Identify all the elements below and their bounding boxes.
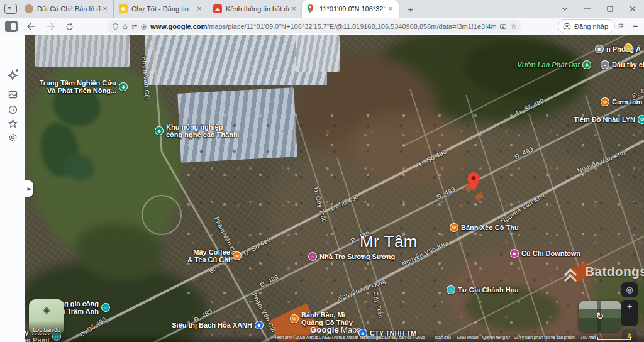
url-field[interactable]: ⇄ www.google.com/maps/place/11°01'09.0"N… bbox=[107, 20, 522, 33]
side-panel-expand-arrow[interactable]: ▶ bbox=[25, 180, 33, 197]
khu-nong-nghiep-cnc-label: Khu nông nghiệpcông nghệ cao Thành bbox=[166, 123, 238, 138]
tab-actions-button[interactable] bbox=[4, 4, 17, 14]
greenhouse-block bbox=[296, 35, 340, 72]
browser-tab-bar: Đất Củ Chi! Bán lô đất mt đườn × Chợ Tốt… bbox=[0, 0, 644, 18]
tab-1[interactable]: Đất Củ Chi! Bán lô đất mt đườn × bbox=[19, 0, 113, 18]
back-icon[interactable] bbox=[25, 21, 38, 32]
scale-label: 100 mét bbox=[580, 335, 596, 341]
sign-in-button[interactable]: Đăng nhập bbox=[558, 19, 615, 33]
attribution-link[interactable]: Điều khoản bbox=[457, 335, 478, 341]
google-maps-pin-favicon bbox=[307, 4, 316, 13]
copilot-icon[interactable] bbox=[5, 68, 20, 83]
street-view-thumbnail[interactable]: ↻ bbox=[579, 301, 621, 332]
tab-2-favicon bbox=[119, 4, 128, 13]
batdongsan-watermark: Batdongsan com.vn bbox=[560, 264, 644, 284]
favorites-star-icon[interactable] bbox=[5, 116, 20, 131]
attribution-link[interactable]: Gửi ý kiến phản hồi về sản phẩm bbox=[514, 335, 575, 341]
lock-icon[interactable] bbox=[122, 23, 128, 30]
settings-menu-icon[interactable]: ≡ bbox=[629, 21, 641, 32]
map-layers-widget[interactable]: ◈ Lớp bản đồ bbox=[29, 299, 64, 334]
url-text[interactable]: www.google.com/maps/place/11°01'09.0"N+1… bbox=[150, 23, 496, 30]
van-phong-icon[interactable]: ■ bbox=[595, 45, 604, 53]
satellite-map-canvas[interactable]: Phạm Văn CộiPhạm Văn CộiPhạm Văn CộiĐ. S… bbox=[25, 35, 644, 342]
new-tab-button[interactable]: + bbox=[404, 3, 418, 16]
tiem-do-nhau-lyn-label: Tiệm Đồ Nhậu LYN bbox=[574, 116, 635, 123]
workspaces-icon[interactable] bbox=[5, 87, 20, 102]
sieu-thi-bach-hoa-xanh-icon[interactable]: ■ bbox=[255, 321, 264, 329]
vuon-lan-phat-dat-icon[interactable]: ♣ bbox=[582, 60, 591, 69]
shield-icon[interactable] bbox=[112, 23, 119, 30]
maximize-icon[interactable] bbox=[599, 0, 621, 18]
tab-title: Kênh thông tin bất động sản - T bbox=[226, 5, 289, 13]
banh-beo-mi-quang-co-thuy-label: Bánh Bèo, MìQuảng Cô Thủy bbox=[301, 311, 353, 326]
tu-gia-chanh-hoa-label: Tư Gia Chánh Hoa bbox=[458, 286, 519, 294]
tab-title: 11°01'09.0"N 106°32'15.7"E - G bbox=[319, 5, 386, 13]
khu-nong-nghiep-cnc-icon[interactable]: ♣ bbox=[155, 126, 164, 135]
banh-xeo-co-thu-label: Bánh Xèo Cô Thu bbox=[461, 224, 519, 231]
close-window-icon[interactable] bbox=[621, 0, 644, 18]
zoom-in-button[interactable]: + bbox=[621, 300, 638, 312]
scale-bar bbox=[597, 337, 631, 340]
greenhouse-block bbox=[35, 35, 130, 67]
browser-essentials-icon[interactable] bbox=[615, 21, 628, 32]
com-tam-icon[interactable]: Ψ bbox=[601, 97, 609, 106]
may-coffee-tea-cu-chi-label: Mây Coffee& Tea Củ Chi bbox=[187, 248, 230, 263]
history-clock-icon[interactable] bbox=[5, 102, 20, 117]
tab-close-icon[interactable]: × bbox=[386, 4, 395, 13]
sign-in-label: Đăng nhập bbox=[574, 23, 608, 30]
settings-gear-icon[interactable] bbox=[5, 130, 20, 145]
layers-icon: ◈ bbox=[43, 304, 50, 316]
google-maps-watermark: GoogleMaps bbox=[310, 325, 361, 334]
tab-list-chevron-icon[interactable] bbox=[553, 0, 576, 18]
tiem-do-nhau-lyn-icon[interactable]: Ψ bbox=[638, 115, 644, 124]
url-host: www.google.com bbox=[150, 23, 207, 30]
town-buildings-texture bbox=[182, 111, 644, 342]
browser-address-bar: ⇄ www.google.com/maps/place/11°01'09.0"N… bbox=[0, 18, 644, 35]
cu-chi-downtown-icon[interactable]: ■ bbox=[510, 249, 519, 258]
attribution-link[interactable]: Toàn cầu bbox=[434, 335, 451, 341]
gia-cong-tai-tram-anh-icon[interactable]: ⌂ bbox=[101, 303, 110, 312]
banh-xeo-co-thu-icon[interactable]: Ψ bbox=[450, 223, 458, 232]
edge-sidebar bbox=[0, 35, 25, 342]
google-logo-text: Google bbox=[310, 325, 339, 334]
place-label-mr-tam[interactable]: Mr Tâm bbox=[360, 232, 418, 251]
destination-pin-icon[interactable] bbox=[467, 172, 480, 190]
tab-3[interactable]: Kênh thông tin bất động sản - T × bbox=[208, 0, 302, 18]
batdongsan-logo-icon bbox=[560, 264, 581, 284]
person-icon bbox=[563, 23, 571, 31]
tab-share-icon[interactable]: ⇄ bbox=[131, 23, 137, 31]
batdongsan-brand: Batdongsan bbox=[585, 264, 644, 279]
url-path: /maps/place/11°01'09.0"N+106°32'15.7"E/@… bbox=[207, 23, 496, 30]
poi-gold-icon[interactable]: • bbox=[624, 43, 633, 52]
cu-chi-downtown-label: Củ Chi Downtown bbox=[521, 250, 580, 257]
my-location-button[interactable]: ◎ bbox=[621, 282, 638, 297]
zoom-control: + − bbox=[621, 300, 638, 326]
sidebar-panel-icon[interactable] bbox=[5, 21, 18, 32]
tab-title: Chợ Tốt - Đăng tin bbox=[131, 5, 195, 13]
tu-gia-chanh-hoa-icon[interactable]: ⌂ bbox=[447, 285, 455, 294]
minimize-icon[interactable] bbox=[576, 0, 599, 18]
banh-beo-mi-quang-co-thuy-icon[interactable]: Ψ bbox=[290, 314, 299, 323]
copilot-status-dot bbox=[15, 69, 19, 72]
com-tam-label: Cơm tấm Q bbox=[612, 98, 644, 106]
trung-tam-nghien-cuu-icon[interactable]: ♣ bbox=[119, 82, 128, 91]
garden-ring-road bbox=[142, 195, 182, 235]
dau-tay-icon[interactable]: • bbox=[601, 60, 609, 69]
tab-close-icon[interactable]: × bbox=[289, 4, 298, 13]
tab-title: Đất Củ Chi! Bán lô đất mt đườn bbox=[37, 5, 101, 13]
attribution-link[interactable]: Quyền riêng tư bbox=[482, 335, 510, 341]
favorite-star-icon[interactable]: ☆ bbox=[510, 22, 517, 31]
tab-4-active[interactable]: 11°01'09.0"N 106°32'15.7"E - G × bbox=[302, 0, 399, 18]
may-coffee-tea-cu-chi-icon[interactable]: Ψ bbox=[233, 251, 242, 260]
nha-tro-suong-suong-icon[interactable]: ⌂ bbox=[308, 252, 317, 261]
vuon-lan-phat-dat-label: Vườn Lan Phát Đạt bbox=[517, 61, 580, 69]
save-page-icon[interactable] bbox=[499, 23, 507, 30]
location-pin-icon[interactable] bbox=[140, 23, 147, 30]
tab-2[interactable]: Chợ Tốt - Đăng tin × bbox=[113, 0, 208, 18]
tab-close-icon[interactable]: × bbox=[195, 4, 204, 13]
dau-tay-label: Dâu tây chịu bbox=[612, 61, 644, 69]
forward-icon[interactable] bbox=[44, 21, 57, 32]
refresh-icon[interactable] bbox=[63, 21, 75, 32]
tab-close-icon[interactable]: × bbox=[101, 4, 109, 13]
sieu-thi-bach-hoa-xanh-label: Siêu thị Bách Hoá XANH bbox=[172, 321, 252, 329]
